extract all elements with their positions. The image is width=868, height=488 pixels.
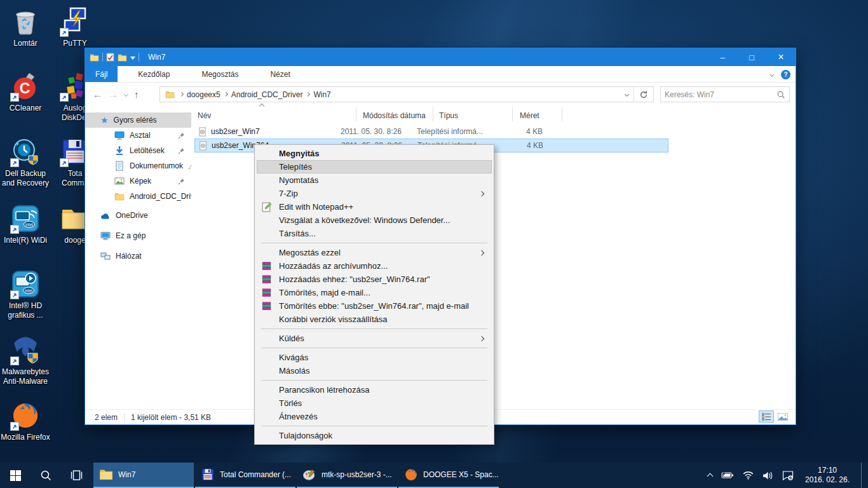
folder-icon bbox=[99, 469, 113, 480]
tab-share[interactable]: Megosztás bbox=[190, 66, 250, 82]
submenu-arrow-icon bbox=[479, 336, 484, 341]
nav-item-downloads[interactable]: Letöltések bbox=[85, 143, 191, 158]
properties-icon[interactable] bbox=[106, 53, 114, 62]
breadcrumb-item[interactable]: Android_CDC_Driver bbox=[227, 90, 307, 99]
search-box[interactable] bbox=[660, 86, 790, 102]
nav-item-this-pc[interactable]: Ez a gép bbox=[85, 228, 191, 243]
customize-qat-chevron-icon[interactable] bbox=[130, 57, 135, 60]
quick-access-toolbar bbox=[85, 53, 139, 62]
minimize-button[interactable]: – bbox=[708, 48, 737, 66]
nav-item-documents[interactable]: Dokumentumok bbox=[85, 158, 191, 173]
thumbnail-view-button[interactable] bbox=[775, 410, 790, 423]
inf-file-icon bbox=[198, 141, 208, 151]
breadcrumb-item[interactable]: doogeex5 bbox=[183, 90, 224, 99]
search-input[interactable] bbox=[665, 90, 776, 99]
refresh-icon[interactable] bbox=[639, 90, 648, 99]
collapse-ribbon-icon[interactable] bbox=[770, 72, 774, 76]
pin-icon bbox=[178, 178, 185, 185]
volume-icon[interactable] bbox=[763, 471, 773, 480]
taskbar-app-win7[interactable]: Win7 bbox=[93, 463, 194, 488]
nav-item-quick-access[interactable]: ★ Gyors elérés bbox=[85, 112, 191, 128]
taskbar-app-paint[interactable]: mtk-sp-usb2ser-3 -... bbox=[297, 463, 397, 488]
network-icon bbox=[100, 252, 111, 261]
back-icon[interactable]: ← bbox=[93, 89, 102, 100]
battery-icon[interactable] bbox=[721, 471, 734, 479]
menu-item-cut[interactable]: Kivágás bbox=[257, 351, 492, 364]
taskbar-clock[interactable]: 17:10 2016. 02. 26. bbox=[803, 466, 852, 485]
tab-file[interactable]: Fájl bbox=[85, 66, 118, 82]
ribbon-tabs: Fájl Kezdőlap Megosztás Nézet bbox=[85, 66, 796, 83]
menu-separator bbox=[261, 426, 487, 426]
file-row[interactable]: usb2ser_Win7 2011. 05. 30. 8:26 Telepíté… bbox=[194, 125, 668, 139]
shortcut-arrow-icon bbox=[60, 28, 69, 37]
nav-item-desktop[interactable]: Asztal bbox=[85, 128, 191, 143]
menu-item-create-shortcut[interactable]: Parancsikon létrehozása bbox=[257, 383, 492, 396]
clock-time: 17:10 bbox=[803, 466, 852, 475]
search-icon[interactable] bbox=[776, 90, 785, 99]
menu-item-properties[interactable]: Tulajdonságok bbox=[257, 429, 492, 442]
star-icon: ★ bbox=[100, 115, 109, 125]
column-header-size[interactable]: Méret bbox=[520, 108, 558, 123]
nav-item-onedrive[interactable]: OneDrive bbox=[85, 208, 191, 223]
wifi-icon[interactable] bbox=[743, 471, 754, 480]
menu-item-delete[interactable]: Törlés bbox=[257, 396, 492, 410]
notepadpp-icon bbox=[261, 201, 272, 212]
nav-item-network[interactable]: Hálózat bbox=[85, 248, 191, 264]
column-header-date[interactable]: Módosítás dátuma bbox=[363, 108, 433, 123]
nav-item-pictures[interactable]: Képek bbox=[85, 173, 191, 189]
taskbar-app-total-commander[interactable]: Total Commander (... bbox=[195, 463, 295, 488]
menu-item-add-to-rar[interactable]: Hozzáadás ehhez: "usb2ser_Win764.rar" bbox=[257, 273, 492, 286]
details-view-button[interactable] bbox=[759, 410, 774, 423]
action-center-icon[interactable] bbox=[782, 471, 794, 480]
help-icon[interactable]: ? bbox=[781, 70, 790, 79]
column-header-type[interactable]: Típus bbox=[439, 108, 506, 123]
desktop-icon-putty[interactable]: PuTTY bbox=[44, 6, 105, 48]
item-count: 2 elem bbox=[95, 413, 118, 422]
taskbar-search-button[interactable] bbox=[31, 463, 61, 488]
task-view-button[interactable] bbox=[61, 463, 92, 488]
menu-item-scan-with-defender[interactable]: Vizsgálat a következővel: Windows Defend… bbox=[257, 214, 492, 227]
address-bar[interactable]: doogeex5 Android_CDC_Driver Win7 bbox=[159, 86, 654, 102]
tab-home[interactable]: Kezdőlap bbox=[126, 66, 181, 82]
desktop-icon bbox=[114, 130, 125, 140]
desktop-icon-firefox[interactable]: Mozilla Firefox bbox=[0, 400, 56, 442]
title-bar: Win7 – □ × bbox=[85, 48, 796, 66]
menu-item-7zip[interactable]: 7-Zip bbox=[257, 187, 492, 200]
desktop-icon-malwarebytes[interactable]: Malwarebytes Anti-Malware bbox=[0, 335, 56, 386]
computer-icon bbox=[100, 231, 111, 241]
taskbar-app-firefox[interactable]: DOOGEE X5 - Spac... bbox=[398, 463, 499, 488]
nav-item-android-cdc-driver[interactable]: Android_CDC_Drive bbox=[85, 189, 191, 204]
menu-separator bbox=[261, 348, 487, 348]
menu-item-compress-and-email[interactable]: Tömörítés, majd e-mail... bbox=[257, 286, 492, 299]
menu-item-share-with[interactable]: Megosztás ezzel bbox=[257, 246, 492, 259]
menu-item-restore-previous-versions[interactable]: Korábbi verziók visszaállítása bbox=[257, 313, 492, 326]
menu-item-send-to[interactable]: Küldés bbox=[257, 332, 492, 345]
menu-item-compress-to-rar-and-email[interactable]: Tömörítés ebbe: "usb2ser_Win764.rar", ma… bbox=[257, 299, 492, 313]
winrar-icon bbox=[261, 301, 272, 311]
folder-icon[interactable] bbox=[90, 53, 99, 62]
menu-item-open-with[interactable]: Társítás... bbox=[257, 227, 492, 240]
breadcrumb-item[interactable]: Win7 bbox=[309, 90, 334, 99]
pin-icon bbox=[178, 147, 185, 154]
chevron-up-icon[interactable] bbox=[707, 473, 714, 480]
start-button[interactable] bbox=[0, 463, 31, 488]
menu-item-add-to-archive[interactable]: Hozzáadás az archívumhoz... bbox=[257, 259, 492, 273]
tab-view[interactable]: Nézet bbox=[259, 66, 301, 82]
close-button[interactable]: × bbox=[766, 48, 796, 66]
desktop-icon-intel-hd[interactable]: intel Intel® HD grafikus ... bbox=[0, 269, 56, 320]
menu-item-copy[interactable]: Másolás bbox=[257, 364, 492, 377]
menu-item-rename[interactable]: Átnevezés bbox=[257, 410, 492, 423]
column-header-name[interactable]: Név bbox=[198, 108, 350, 123]
menu-item-print[interactable]: Nyomtatás bbox=[257, 173, 492, 187]
up-icon[interactable]: ↑ bbox=[134, 89, 139, 100]
submenu-arrow-icon bbox=[479, 191, 484, 196]
menu-item-edit-with-notepadpp[interactable]: Edit with Notepad++ bbox=[257, 200, 492, 214]
menu-item-open[interactable]: Megnyitás bbox=[257, 147, 492, 160]
menu-item-install[interactable]: Telepítés bbox=[257, 160, 492, 173]
address-dropdown-chevron-icon[interactable] bbox=[625, 92, 629, 97]
forward-icon[interactable]: → bbox=[109, 89, 118, 100]
recent-locations-chevron-icon[interactable] bbox=[124, 92, 128, 96]
show-desktop-button[interactable] bbox=[861, 463, 864, 488]
maximize-button[interactable]: □ bbox=[737, 48, 766, 66]
new-folder-icon[interactable] bbox=[118, 53, 127, 62]
